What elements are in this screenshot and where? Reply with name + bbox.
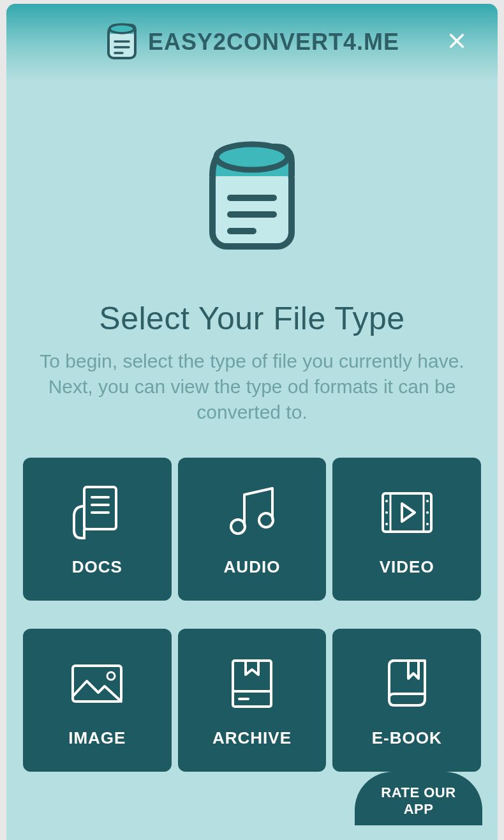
svg-point-24 <box>426 500 429 502</box>
tile-label: IMAGE <box>68 728 126 748</box>
page-title: Select Your File Type <box>99 300 404 337</box>
page-subtitle: To begin, select the type of file you cu… <box>22 349 482 426</box>
tile-label: VIDEO <box>380 557 434 577</box>
tile-docs[interactable]: DOCS <box>23 458 172 601</box>
ebook-icon <box>375 652 439 716</box>
svg-point-16 <box>231 520 245 534</box>
brand-logo-icon <box>105 21 139 63</box>
svg-point-17 <box>259 513 273 527</box>
docs-icon <box>65 481 129 544</box>
svg-point-26 <box>426 523 429 525</box>
svg-point-8 <box>216 144 288 170</box>
svg-point-25 <box>426 511 429 514</box>
svg-point-28 <box>107 672 115 680</box>
tile-video[interactable]: VIDEO <box>332 458 481 601</box>
brand-wrap: EASY2CONVERT4.ME <box>105 21 399 63</box>
rate-app-label: RATE OUR APP <box>381 784 456 817</box>
tile-image[interactable]: IMAGE <box>23 629 172 772</box>
brand-title: EASY2CONVERT4.ME <box>148 29 399 56</box>
modal-header: EASY2CONVERT4.ME <box>6 4 498 80</box>
svg-point-21 <box>385 500 388 502</box>
audio-icon <box>220 481 284 544</box>
tile-label: ARCHIVE <box>212 728 292 748</box>
tile-audio[interactable]: AUDIO <box>178 458 327 601</box>
tile-label: E-BOOK <box>372 728 442 748</box>
close-button[interactable] <box>444 29 470 55</box>
tile-archive[interactable]: ARCHIVE <box>178 629 327 772</box>
archive-icon <box>220 652 284 716</box>
modal-content: Select Your File Type To begin, select t… <box>6 80 498 840</box>
tile-label: AUDIO <box>224 557 281 577</box>
video-icon <box>375 481 439 544</box>
svg-point-23 <box>385 523 388 525</box>
svg-point-1 <box>110 24 134 33</box>
tile-ebook[interactable]: E-BOOK <box>332 629 481 772</box>
svg-point-22 <box>385 511 388 514</box>
converter-modal: EASY2CONVERT4.ME Select Your File Type <box>6 4 498 840</box>
svg-rect-12 <box>84 487 116 529</box>
file-type-tiles: DOCS AUDIO <box>22 458 482 772</box>
document-hero-icon <box>201 138 303 300</box>
image-icon <box>65 652 129 716</box>
rate-app-button[interactable]: RATE OUR APP <box>355 772 482 825</box>
tile-label: DOCS <box>72 557 122 577</box>
close-icon <box>448 32 466 52</box>
